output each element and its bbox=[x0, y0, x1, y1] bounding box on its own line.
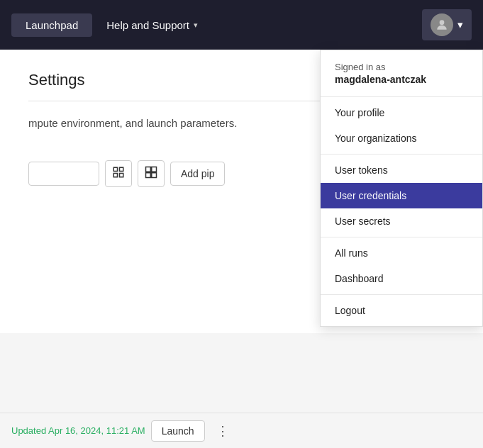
svg-rect-2 bbox=[120, 167, 123, 171]
grid-icon bbox=[145, 166, 157, 181]
updated-timestamp: Updated Apr 16, 2024, 11:21 AM bbox=[11, 425, 145, 436]
list-icon bbox=[112, 166, 125, 181]
logout-item[interactable]: Logout bbox=[321, 298, 482, 323]
search-input[interactable] bbox=[28, 162, 99, 186]
help-support-arrow-icon: ▾ bbox=[194, 21, 198, 30]
dropdown-section-profile: Your profile Your organizations bbox=[321, 97, 482, 155]
user-credentials-item[interactable]: User credentials bbox=[321, 183, 482, 208]
navbar: Launchpad Help and Support ▾ ▾ bbox=[0, 0, 483, 50]
launch-button[interactable]: Launch bbox=[151, 420, 205, 442]
user-secrets-item[interactable]: User secrets bbox=[321, 208, 482, 234]
svg-rect-3 bbox=[113, 173, 117, 177]
user-arrow-icon: ▾ bbox=[457, 18, 463, 31]
more-options-button[interactable]: ⋮ bbox=[211, 420, 235, 442]
your-profile-item[interactable]: Your profile bbox=[321, 100, 482, 125]
svg-rect-8 bbox=[152, 172, 157, 177]
bottom-bar: Updated Apr 16, 2024, 11:21 AM Launch ⋮ bbox=[0, 413, 483, 448]
dropdown-section-logout: Logout bbox=[321, 295, 482, 326]
all-runs-item[interactable]: All runs bbox=[321, 240, 482, 266]
user-menu-button[interactable]: ▾ bbox=[422, 9, 472, 40]
dots-icon: ⋮ bbox=[216, 424, 229, 438]
svg-rect-4 bbox=[120, 173, 123, 177]
user-dropdown-menu: Signed in as magdalena-antczak Your prof… bbox=[320, 50, 483, 327]
add-pipeline-button[interactable]: Add pip bbox=[170, 162, 225, 186]
username-label: magdalena-antczak bbox=[335, 74, 468, 85]
grid-view-button[interactable] bbox=[138, 160, 165, 187]
help-support-label: Help and Support bbox=[106, 19, 189, 31]
dropdown-section-runs: All runs Dashboard bbox=[321, 237, 482, 295]
list-view-button[interactable] bbox=[105, 160, 132, 187]
launchpad-button[interactable]: Launchpad bbox=[11, 13, 92, 37]
dropdown-header: Signed in as magdalena-antczak bbox=[321, 50, 482, 97]
signed-in-label: Signed in as bbox=[335, 62, 468, 72]
dropdown-section-tokens: User tokens User credentials User secret… bbox=[321, 155, 482, 237]
user-tokens-item[interactable]: User tokens bbox=[321, 157, 482, 183]
svg-rect-1 bbox=[113, 167, 117, 171]
help-support-button[interactable]: Help and Support ▾ bbox=[98, 13, 206, 37]
svg-point-0 bbox=[440, 20, 445, 25]
your-organizations-item[interactable]: Your organizations bbox=[321, 125, 482, 151]
svg-rect-5 bbox=[146, 167, 151, 172]
dashboard-item[interactable]: Dashboard bbox=[321, 266, 482, 291]
avatar bbox=[431, 13, 453, 36]
svg-rect-7 bbox=[146, 172, 151, 177]
svg-rect-6 bbox=[152, 167, 157, 172]
